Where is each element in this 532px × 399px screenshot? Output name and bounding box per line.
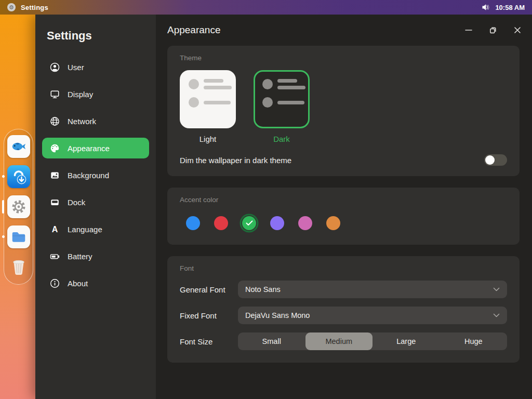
accent-swatch-purple[interactable] — [270, 216, 284, 230]
running-indicator-dot — [2, 175, 5, 178]
display-icon — [50, 89, 60, 99]
dock-item-appstore[interactable] — [7, 165, 30, 188]
sidebar-item-label: Background — [68, 171, 109, 180]
dock-item-settings[interactable] — [7, 195, 30, 218]
general-font-dropdown[interactable]: Noto Sans — [238, 281, 507, 298]
user-icon — [50, 62, 60, 72]
accent-swatch-red[interactable] — [214, 216, 228, 230]
page-title: Appearance — [167, 24, 220, 36]
clock[interactable]: 10:58 AM — [495, 4, 525, 11]
dark-theme-preview — [254, 70, 310, 128]
dim-wallpaper-label: Dim the wallpaper in dark theme — [180, 156, 291, 165]
toggle-knob — [485, 155, 495, 165]
sidebar-item-battery[interactable]: Battery — [42, 246, 149, 267]
chevron-down-icon — [493, 287, 500, 291]
dock-item-files[interactable] — [7, 225, 30, 248]
sidebar-item-user[interactable]: User — [42, 57, 149, 77]
active-app-label: Settings — [21, 4, 48, 11]
sidebar: Settings User Di — [35, 15, 156, 399]
general-font-label: General Font — [180, 285, 238, 294]
font-section: Font General Font Noto Sans Fixed Font D… — [167, 256, 520, 363]
status-bar: ⚙ Settings 10:58 AM — [0, 0, 532, 15]
battery-icon — [50, 251, 60, 261]
dock — [4, 129, 33, 285]
sidebar-item-background[interactable]: Background — [42, 165, 149, 185]
dock-icon — [50, 197, 60, 207]
theme-option-dark[interactable]: Dark — [254, 70, 310, 143]
minimize-button[interactable] — [462, 24, 475, 36]
gear-icon — [7, 195, 30, 218]
dark-theme-label: Dark — [273, 135, 290, 143]
app-menu[interactable]: ⚙ Settings — [7, 3, 48, 11]
accent-swatch-blue[interactable] — [186, 216, 200, 230]
accent-swatch-pink[interactable] — [298, 216, 312, 230]
accent-swatch-orange[interactable] — [326, 216, 340, 230]
settings-window: Settings User Di — [35, 15, 532, 399]
chevron-down-icon — [493, 313, 500, 317]
theme-section-label: Theme — [180, 54, 507, 62]
theme-section: Theme Light — [167, 46, 520, 176]
accent-swatch-green[interactable] — [242, 216, 256, 230]
main-panel: Appearance — [156, 15, 532, 399]
sidebar-item-label: Language — [68, 225, 102, 234]
sidebar-item-label: Battery — [68, 252, 92, 261]
maximize-button[interactable] — [487, 24, 499, 36]
dock-item-launcher[interactable] — [7, 135, 30, 158]
active-indicator-bar — [2, 200, 4, 214]
sidebar-title: Settings — [47, 29, 149, 43]
checkmark-icon — [246, 220, 253, 226]
accent-section-label: Accent color — [180, 196, 507, 204]
folder-icon — [7, 225, 30, 248]
light-theme-preview — [180, 70, 236, 128]
desktop: ⚙ Settings 10:58 AM — [0, 0, 532, 399]
letter-a-icon: A — [50, 224, 60, 234]
palette-icon — [50, 143, 60, 153]
gear-icon: ⚙ — [7, 3, 16, 11]
sidebar-item-about[interactable]: About — [42, 273, 149, 294]
running-indicator-dot — [2, 235, 5, 238]
font-size-option-medium[interactable]: Medium — [305, 332, 373, 350]
globe-icon — [50, 116, 60, 126]
dim-wallpaper-toggle[interactable] — [484, 154, 507, 166]
sidebar-item-appearance[interactable]: Appearance — [42, 138, 149, 158]
light-theme-label: Light — [200, 135, 217, 143]
svg-text:A: A — [52, 224, 58, 233]
fixed-font-label: Fixed Font — [180, 311, 238, 320]
fixed-font-dropdown[interactable]: DejaVu Sans Mono — [238, 307, 507, 324]
sidebar-item-label: Display — [68, 90, 93, 99]
sidebar-item-dock[interactable]: Dock — [42, 192, 149, 212]
image-icon — [50, 170, 60, 180]
font-size-option-small[interactable]: Small — [238, 332, 305, 350]
font-section-label: Font — [180, 264, 507, 272]
fixed-font-value: DejaVu Sans Mono — [245, 311, 310, 320]
info-icon — [50, 278, 60, 288]
sidebar-item-label: Network — [68, 117, 96, 126]
font-size-segmented-control: Small Medium Large Huge — [238, 332, 507, 350]
theme-option-light[interactable]: Light — [180, 70, 236, 143]
close-button[interactable] — [511, 24, 524, 36]
sidebar-item-label: User — [68, 63, 84, 72]
appstore-bag-icon — [7, 165, 30, 188]
sidebar-item-language[interactable]: A Language — [42, 219, 149, 240]
general-font-value: Noto Sans — [245, 285, 281, 294]
font-size-option-huge[interactable]: Huge — [440, 332, 508, 350]
sidebar-item-label: Dock — [68, 198, 85, 207]
font-size-option-large[interactable]: Large — [373, 332, 440, 350]
fish-icon — [7, 135, 30, 158]
sidebar-item-label: About — [68, 279, 88, 288]
font-size-label: Font Size — [180, 337, 238, 346]
window-header: Appearance — [167, 15, 520, 46]
sidebar-item-label: Appearance — [68, 144, 110, 153]
accent-color-section: Accent color — [167, 188, 520, 245]
volume-icon[interactable] — [482, 4, 490, 11]
dock-item-trash[interactable] — [7, 256, 30, 278]
trash-icon — [7, 256, 30, 278]
sidebar-item-network[interactable]: Network — [42, 111, 149, 131]
sidebar-item-display[interactable]: Display — [42, 84, 149, 104]
